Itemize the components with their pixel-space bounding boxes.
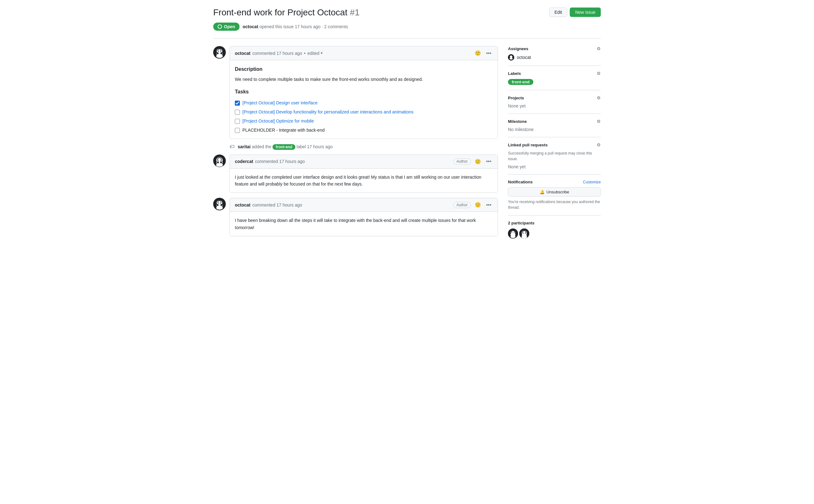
task-checkbox-1[interactable]	[235, 101, 240, 106]
sidebar-projects-header: Projects ⚙	[508, 95, 601, 100]
more-options-button-3[interactable]: •••	[485, 202, 493, 208]
activity-action: added the	[252, 144, 272, 149]
sidebar-projects-section: Projects ⚙ None yet	[508, 95, 601, 114]
avatar-codercat-2	[213, 155, 226, 167]
sidebar-milestone-header: Milestone ⚙	[508, 119, 601, 124]
issue-meta: Open octocat opened this issue 17 hours …	[213, 23, 601, 31]
activity-suffix: label 17 hours ago	[297, 144, 333, 149]
comment-timestamp-1: commented 17 hours ago	[252, 51, 302, 56]
sidebar-milestone-none: No milestone	[508, 127, 534, 132]
sidebar-label-badge: front-end	[508, 79, 533, 85]
header-actions: Edit New issue	[549, 8, 601, 17]
svg-point-5	[217, 52, 218, 54]
bell-icon: 🔔	[540, 190, 545, 194]
svg-point-27	[512, 231, 514, 233]
comment-header-1: octocat commented 17 hours ago • edited …	[230, 46, 498, 60]
activity-actor: saritai	[238, 144, 250, 149]
task-label-1: [Project Octocat] Design user interface	[242, 100, 318, 106]
status-label: Open	[224, 24, 235, 29]
avatar-octocat-3	[213, 198, 226, 210]
avatar-octocat-1	[213, 46, 226, 59]
unsubscribe-button[interactable]: 🔔 Unsubscribe	[508, 187, 601, 197]
unsubscribe-label: Unsubscribe	[547, 190, 569, 194]
task-item-1: [Project Octocat] Design user interface	[235, 100, 493, 106]
comment-timestamp-3: commented 17 hours ago	[252, 202, 302, 207]
sidebar-projects-title: Projects	[508, 96, 524, 100]
task-list: [Project Octocat] Design user interface …	[235, 100, 493, 134]
comment-box-3: octocat commented 17 hours ago Author 🙂 …	[229, 198, 498, 236]
emoji-reaction-button-3[interactable]: 🙂	[474, 201, 482, 208]
emoji-reaction-button-2[interactable]: 🙂	[474, 158, 482, 165]
linked-pr-gear-button[interactable]: ⚙	[597, 142, 601, 147]
sidebar-linked-pr-section: Linked pull requests ⚙ Successfully merg…	[508, 142, 601, 175]
comment-body-1: Description We need to complete multiple…	[230, 60, 498, 139]
sidebar-notifications-title: Notifications	[508, 180, 533, 184]
comment-header-3: octocat commented 17 hours ago Author 🙂 …	[230, 198, 498, 212]
svg-point-10	[218, 158, 221, 161]
description-text: We need to complete multiple tasks to ma…	[235, 76, 493, 83]
more-options-button-2[interactable]: •••	[485, 158, 493, 165]
svg-point-23	[510, 58, 513, 60]
task-link-3[interactable]: [Project Octocat] Optimize for mobile	[242, 118, 314, 123]
notifications-note: You're receiving notifications because y…	[508, 199, 601, 210]
sidebar-participants-section: 2 participants	[508, 221, 601, 239]
sidebar-assignee-item: octocat	[508, 54, 601, 60]
activity-label-badge: front-end	[272, 144, 295, 150]
sidebar-notifications-section: Notifications Customize 🔔 Unsubscribe Yo…	[508, 180, 601, 216]
comment-header-left-2: codercat commented 17 hours ago	[235, 159, 305, 164]
svg-point-6	[220, 52, 222, 54]
task-checkbox-2[interactable]	[235, 110, 240, 115]
task-label-4: PLACEHOLDER - Integrate with back-end	[242, 127, 324, 134]
comment-box-1: octocat commented 17 hours ago • edited …	[229, 46, 498, 139]
sidebar-milestone-section: Milestone ⚙ No milestone	[508, 119, 601, 137]
edit-button[interactable]: Edit	[549, 8, 567, 17]
sidebar: Assignees ⚙ octocat	[508, 46, 601, 241]
svg-point-22	[510, 55, 512, 58]
task-label-3: [Project Octocat] Optimize for mobile	[242, 118, 314, 124]
participant-avatar-2	[519, 228, 529, 239]
comment-header-right-1: 🙂 •••	[474, 50, 493, 57]
comment-text-3: I have been breaking down all the steps …	[235, 217, 493, 231]
comment-header-right-3: Author 🙂 •••	[453, 201, 493, 208]
comment-header-left-1: octocat commented 17 hours ago • edited …	[235, 51, 323, 56]
comment-row-2: codercat commented 17 hours ago Author 🙂…	[213, 155, 498, 193]
sidebar-labels-header: Labels ⚙	[508, 71, 601, 76]
header-divider	[213, 38, 601, 39]
main-layout: octocat commented 17 hours ago • edited …	[213, 46, 601, 241]
svg-point-12	[217, 161, 219, 163]
author-badge-2: Author	[453, 158, 471, 165]
issue-number: #1	[350, 8, 360, 17]
comment-header-2: codercat commented 17 hours ago Author 🙂…	[230, 155, 498, 169]
task-link-2[interactable]: [Project Octocat] Develop functionality …	[242, 109, 414, 114]
sidebar-linked-pr-none: None yet	[508, 164, 526, 169]
emoji-reaction-button-1[interactable]: 🙂	[474, 50, 482, 57]
description-title: Description	[235, 65, 493, 73]
participants-title: 2 participants	[508, 221, 601, 225]
sidebar-assignees-title: Assignees	[508, 46, 528, 51]
task-item-3: [Project Octocat] Optimize for mobile	[235, 118, 493, 124]
sidebar-labels-title: Labels	[508, 71, 521, 76]
comment-text-2: I just looked at the completed user inte…	[235, 174, 493, 188]
participants-avatars	[508, 228, 601, 239]
chevron-down-icon: ▼	[320, 51, 323, 55]
milestone-gear-button[interactable]: ⚙	[597, 119, 601, 124]
labels-gear-button[interactable]: ⚙	[597, 71, 601, 76]
task-checkbox-4[interactable]	[235, 128, 240, 133]
more-options-button-1[interactable]: •••	[485, 50, 493, 57]
sidebar-milestone-title: Milestone	[508, 119, 527, 124]
task-item-2: [Project Octocat] Develop functionality …	[235, 109, 493, 115]
svg-point-3	[218, 49, 221, 52]
comment-author-1: octocat	[235, 51, 250, 56]
task-label-2: [Project Octocat] Develop functionality …	[242, 109, 414, 115]
new-issue-button[interactable]: New issue	[570, 8, 601, 17]
projects-gear-button[interactable]: ⚙	[597, 95, 601, 100]
sidebar-assignee-avatar	[508, 54, 514, 60]
edited-dropdown[interactable]: edited ▼	[307, 51, 323, 56]
comment-body-3: I have been breaking down all the steps …	[230, 212, 498, 236]
comment-row-1: octocat commented 17 hours ago • edited …	[213, 46, 498, 139]
task-link-1[interactable]: [Project Octocat] Design user interface	[242, 100, 318, 105]
customize-link[interactable]: Customize	[583, 180, 601, 184]
task-checkbox-3[interactable]	[235, 119, 240, 124]
comment-header-right-2: Author 🙂 •••	[453, 158, 493, 165]
assignees-gear-button[interactable]: ⚙	[597, 46, 601, 51]
